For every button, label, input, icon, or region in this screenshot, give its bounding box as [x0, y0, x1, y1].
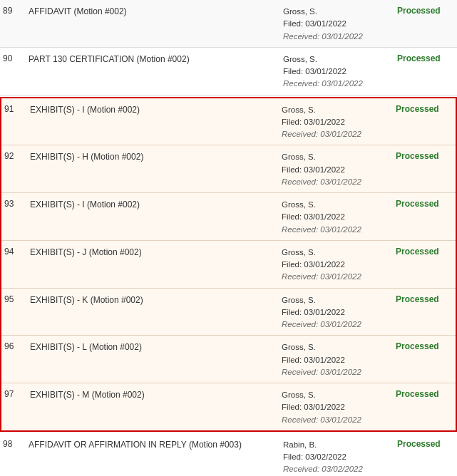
row-number: 89 — [3, 4, 29, 16]
status-badge: Processed — [396, 340, 453, 351]
table-row: 90 PART 130 CERTIFICATION (Motion #002) … — [0, 48, 457, 95]
document-description[interactable]: EXHIBIT(S) - I (Motion #002) — [30, 197, 282, 211]
status-badge: Processed — [397, 52, 454, 63]
received-date: Received: 03/01/2022 — [283, 32, 363, 41]
filer-name: Gross, S. — [282, 390, 316, 399]
row-number: 90 — [3, 52, 29, 63]
table-row: 96 EXHIBIT(S) - L (Motion #002) Gross, S… — [1, 336, 456, 383]
document-description[interactable]: AFFIDAVIT OR AFFIRMATION IN REPLY (Motio… — [29, 438, 283, 451]
filer-name: Gross, S. — [282, 248, 316, 257]
filed-date: Filed: 03/01/2022 — [283, 67, 346, 76]
document-description[interactable]: PART 130 CERTIFICATION (Motion #002) — [29, 52, 283, 66]
filed-date: Filed: 03/01/2022 — [282, 403, 345, 411]
received-date: Received: 03/01/2022 — [283, 79, 363, 88]
filing-info: Gross, S. Filed: 03/01/2022 Received: 03… — [283, 52, 397, 90]
row-number: 97 — [4, 388, 30, 399]
filer-name: Gross, S. — [282, 200, 316, 209]
table-row: 91 EXHIBIT(S) - I (Motion #002) Gross, S… — [1, 98, 456, 146]
received-date: Received: 03/01/2022 — [282, 272, 361, 281]
status-badge: Processed — [397, 438, 454, 449]
filing-info: Gross, S. Filed: 03/01/2022 Received: 03… — [282, 340, 396, 378]
document-description[interactable]: EXHIBIT(S) - M (Motion #002) — [30, 388, 282, 401]
document-description[interactable]: EXHIBIT(S) - L (Motion #002) — [30, 340, 282, 353]
filed-date: Filed: 03/01/2022 — [282, 260, 345, 269]
filer-name: Gross, S. — [283, 7, 317, 16]
filing-info: Gross, S. Filed: 03/01/2022 Received: 03… — [282, 150, 396, 188]
table-row: 89 AFFIDAVIT (Motion #002) Gross, S. Fil… — [0, 0, 457, 48]
filed-date: Filed: 03/01/2022 — [282, 118, 345, 126]
filer-name: Gross, S. — [283, 55, 317, 63]
received-date: Received: 03/01/2022 — [282, 320, 361, 328]
filing-info: Gross, S. Filed: 03/01/2022 Received: 03… — [282, 197, 396, 236]
document-description[interactable]: EXHIBIT(S) - H (Motion #002) — [30, 150, 282, 163]
filing-info: Gross, S. Filed: 03/01/2022 Received: 03… — [283, 4, 397, 43]
filed-date: Filed: 03/01/2022 — [282, 308, 345, 316]
row-number: 92 — [4, 150, 30, 161]
filing-info: Rabin, B. Filed: 03/02/2022 Received: 03… — [283, 438, 397, 476]
document-description[interactable]: EXHIBIT(S) - I (Motion #002) — [30, 103, 282, 116]
received-date: Received: 03/01/2022 — [282, 130, 361, 138]
filer-name: Gross, S. — [282, 296, 316, 304]
filed-date: Filed: 03/01/2022 — [283, 19, 346, 28]
received-date: Received: 03/01/2022 — [282, 225, 361, 234]
status-badge: Processed — [396, 388, 453, 399]
status-badge: Processed — [396, 150, 453, 161]
filer-name: Gross, S. — [282, 105, 316, 114]
filer-name: Gross, S. — [282, 152, 316, 161]
document-description[interactable]: EXHIBIT(S) - K (Motion #002) — [30, 293, 282, 306]
received-date: Received: 03/02/2022 — [283, 465, 363, 473]
filer-name: Gross, S. — [282, 343, 316, 351]
document-description[interactable]: AFFIDAVIT (Motion #002) — [29, 4, 283, 18]
table-row: 95 EXHIBIT(S) - K (Motion #002) Gross, S… — [1, 289, 456, 336]
received-date: Received: 03/01/2022 — [282, 415, 361, 424]
status-badge: Processed — [397, 4, 454, 16]
row-number: 98 — [3, 438, 29, 449]
document-list: 89 AFFIDAVIT (Motion #002) Gross, S. Fil… — [0, 0, 457, 476]
row-number: 96 — [4, 340, 30, 351]
filer-name: Rabin, B. — [283, 440, 317, 449]
filing-info: Gross, S. Filed: 03/01/2022 Received: 03… — [282, 293, 396, 331]
filed-date: Filed: 03/01/2022 — [282, 165, 345, 174]
filing-info: Gross, S. Filed: 03/01/2022 Received: 03… — [282, 388, 396, 426]
row-number: 94 — [4, 245, 30, 257]
document-description[interactable]: EXHIBIT(S) - J (Motion #002) — [30, 245, 282, 259]
status-badge: Processed — [396, 103, 453, 114]
table-row: 93 EXHIBIT(S) - I (Motion #002) Gross, S… — [1, 193, 456, 241]
table-row: 98 AFFIDAVIT OR AFFIRMATION IN REPLY (Mo… — [0, 433, 457, 476]
row-number: 95 — [4, 293, 30, 304]
table-row: 92 EXHIBIT(S) - H (Motion #002) Gross, S… — [1, 145, 456, 193]
highlighted-group: 91 EXHIBIT(S) - I (Motion #002) Gross, S… — [0, 97, 457, 432]
status-badge: Processed — [396, 245, 453, 257]
received-date: Received: 03/01/2022 — [282, 368, 361, 376]
table-row: 97 EXHIBIT(S) - M (Motion #002) Gross, S… — [1, 383, 456, 430]
filing-info: Gross, S. Filed: 03/01/2022 Received: 03… — [282, 245, 396, 284]
filing-info: Gross, S. Filed: 03/01/2022 Received: 03… — [282, 103, 396, 141]
row-number: 91 — [4, 103, 30, 114]
table-row: 94 EXHIBIT(S) - J (Motion #002) Gross, S… — [1, 241, 456, 289]
status-badge: Processed — [396, 197, 453, 209]
filed-date: Filed: 03/01/2022 — [282, 356, 345, 364]
filed-date: Filed: 03/02/2022 — [283, 452, 346, 461]
filed-date: Filed: 03/01/2022 — [282, 212, 345, 221]
status-badge: Processed — [396, 293, 453, 304]
row-number: 93 — [4, 197, 30, 209]
received-date: Received: 03/01/2022 — [282, 177, 361, 186]
